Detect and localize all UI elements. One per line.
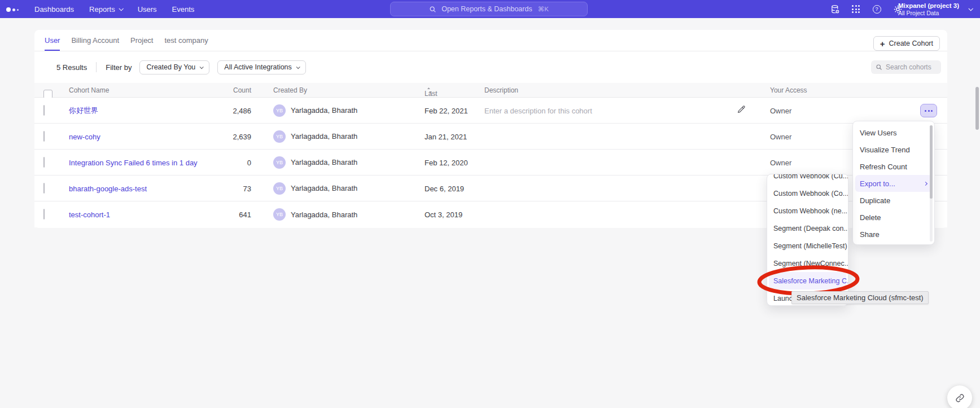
row-checkbox[interactable] — [43, 105, 45, 116]
created-by-name: Yarlagadda, Bharath — [291, 210, 357, 219]
row-checkbox[interactable] — [43, 131, 45, 142]
tab-user[interactable]: User — [45, 30, 60, 51]
menu-scrollbar-thumb[interactable] — [930, 125, 933, 199]
share-link-fab[interactable] — [947, 385, 972, 408]
cohort-count: 73 — [193, 184, 251, 192]
menu-item-refresh-count[interactable]: Refresh Count — [853, 158, 934, 175]
header-cohort-name[interactable]: Cohort Name — [69, 86, 109, 94]
nav-dashboards[interactable]: Dashboards — [34, 5, 74, 14]
cohort-count: 2,639 — [193, 132, 251, 141]
search-icon — [876, 64, 882, 71]
tab-project[interactable]: Project — [130, 30, 153, 51]
cohort-count: 641 — [193, 210, 251, 219]
submenu-item-segment-michelle[interactable]: Segment (MichelleTest) — [767, 237, 848, 255]
tab-billing-account[interactable]: Billing Account — [71, 30, 119, 51]
menu-item-view-users[interactable]: View Users — [853, 124, 934, 141]
edit-description-pencil-icon[interactable] — [737, 105, 746, 116]
nav-events[interactable]: Events — [172, 5, 195, 14]
cohort-name-link[interactable]: bharath-google-ads-test — [69, 184, 147, 192]
submenu-scrollbar-thumb[interactable] — [975, 87, 979, 130]
submenu-item-segment-newconnec[interactable]: Segment (NewConnec... — [767, 255, 848, 272]
integrations-dropdown[interactable]: All Active Integrations — [217, 60, 306, 74]
menu-item-visualize-trend[interactable]: Visualize Trend — [853, 141, 934, 158]
link-icon — [955, 393, 965, 403]
tab-test-company[interactable]: test company — [164, 30, 208, 51]
help-icon[interactable]: ? — [872, 4, 882, 14]
apps-grid-icon[interactable] — [851, 4, 861, 14]
global-search-bar[interactable]: Open Reports & Dashboards ⌘K — [390, 2, 588, 16]
last-modified-date: Feb 22, 2021 — [425, 106, 468, 115]
menu-scrollbar[interactable] — [930, 125, 933, 242]
header-last-modified[interactable]: Last Modified — [425, 86, 432, 94]
menu-item-delete[interactable]: Delete — [853, 209, 934, 226]
nav-users[interactable]: Users — [138, 5, 157, 14]
cohort-name-link[interactable]: Integration Sync Failed 6 times in 1 day — [69, 158, 198, 166]
divider — [96, 62, 97, 72]
mixpanel-logo-dots-icon[interactable] — [6, 7, 19, 12]
chevron-down-icon — [200, 65, 204, 69]
access-level: Owner — [770, 106, 791, 115]
submenu-item-segment-deepak[interactable]: Segment (Deepak con... — [767, 220, 848, 237]
menu-item-duplicate[interactable]: Duplicate — [853, 192, 934, 209]
row-checkbox[interactable] — [43, 157, 45, 168]
cohort-name-link[interactable]: new-cohy — [69, 132, 100, 141]
cohort-count: 0 — [193, 158, 251, 166]
search-icon — [429, 6, 436, 13]
nav-reports-label: Reports — [89, 5, 115, 14]
nav-reports[interactable]: Reports — [89, 5, 123, 14]
avatar: YB — [273, 208, 286, 221]
filter-by-label: Filter by — [106, 63, 132, 72]
row-actions-button[interactable] — [920, 104, 937, 117]
description-placeholder[interactable]: Enter a description for this cohort — [484, 106, 592, 115]
created-by-dropdown[interactable]: Created By You — [139, 60, 209, 74]
search-cohorts-input[interactable] — [886, 63, 937, 71]
created-by-name: Yarlagadda, Bharath — [291, 158, 357, 166]
chevron-down-icon — [296, 65, 300, 69]
cohort-name-link[interactable]: test-cohort-1 — [69, 210, 110, 219]
row-checkbox[interactable] — [43, 183, 45, 194]
last-modified-date: Jan 21, 2021 — [425, 132, 467, 141]
last-modified-date: Feb 12, 2020 — [425, 158, 468, 166]
plus-icon: + — [880, 39, 885, 49]
table-header: Cohort Name Count Created By Last Modifi… — [34, 83, 947, 98]
menu-item-export-to[interactable]: Export to... — [855, 175, 932, 192]
data-management-icon[interactable] — [830, 4, 840, 14]
avatar: YB — [273, 156, 286, 169]
global-search-placeholder: Open Reports & Dashboards — [441, 5, 532, 13]
submenu-item-custom-webhook-2[interactable]: Custom Webhook (Co... — [767, 185, 848, 202]
header-created-by[interactable]: Created By — [273, 86, 307, 94]
project-switcher[interactable]: Mixpanel (project 3) All Project Data — [898, 2, 972, 16]
last-modified-date: Dec 6, 2019 — [425, 184, 464, 192]
create-cohort-button[interactable]: + Create Cohort — [873, 36, 940, 51]
access-level: Owner — [770, 158, 791, 166]
cohort-name-link[interactable]: 你好世界 — [69, 106, 98, 116]
menu-item-share[interactable]: Share — [853, 226, 934, 243]
submenu-item-custom-webhook-1[interactable]: Custom Webhook (Cu... — [767, 174, 848, 185]
avatar: YB — [273, 104, 286, 117]
chevron-down-icon — [119, 6, 123, 11]
chevron-right-icon — [924, 181, 928, 185]
main-nav: Dashboards Reports Users Events — [34, 5, 194, 14]
filter-bar: 5 Results Filter by Created By You All A… — [34, 51, 947, 83]
search-shortcut: ⌘K — [538, 5, 549, 13]
cohort-count: 2,486 — [193, 106, 251, 115]
salesforce-tooltip: Salesforce Marketing Cloud (sfmc-test) — [791, 291, 929, 304]
top-navbar: Dashboards Reports Users Events Open Rep… — [0, 0, 980, 18]
header-count[interactable]: Count — [193, 86, 251, 94]
table-row: 你好世界 2,486 YBYarlagadda, Bharath Feb 22,… — [34, 98, 947, 124]
created-by-name: Yarlagadda, Bharath — [291, 184, 357, 192]
integrations-value: All Active Integrations — [224, 63, 292, 71]
create-cohort-label: Create Cohort — [889, 40, 933, 47]
last-modified-date: Oct 3, 2019 — [425, 210, 462, 219]
row-context-menu: View Users Visualize Trend Refresh Count… — [852, 121, 935, 245]
avatar: YB — [273, 130, 286, 143]
project-name: Mixpanel (project 3) — [898, 2, 959, 10]
table-row: Integration Sync Failed 6 times in 1 day… — [34, 150, 947, 176]
access-level: Owner — [770, 132, 791, 141]
row-checkbox[interactable] — [43, 209, 45, 220]
submenu-item-salesforce-marketing-cloud[interactable]: Salesforce Marketing C... — [769, 272, 846, 289]
search-cohorts-box[interactable] — [871, 60, 941, 74]
created-by-value: Created By You — [146, 63, 195, 71]
avatar: YB — [273, 182, 286, 195]
submenu-item-custom-webhook-3[interactable]: Custom Webhook (ne... — [767, 202, 848, 220]
